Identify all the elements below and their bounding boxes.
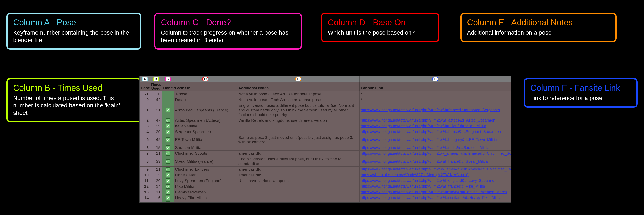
cell-fansite-link[interactable]: https://www.honga.net/totalwar/unit.php?…	[360, 123, 511, 129]
cell-notes[interactable]	[237, 195, 360, 201]
checkbox-icon[interactable]	[166, 137, 170, 142]
cell-base-on[interactable]: Onde's Men	[174, 172, 237, 178]
cell-base-on[interactable]: Noble Pikemen	[174, 201, 237, 203]
cell-times-used[interactable]: 8	[150, 201, 162, 203]
cell-pose[interactable]: 12	[140, 184, 150, 190]
checkbox-icon[interactable]	[166, 118, 170, 123]
header-times-used[interactable]: Times Used	[150, 82, 162, 91]
cell-fansite-link[interactable]: https://www.honga.net/totalwar/unit.php?…	[360, 145, 511, 151]
cell-times-used[interactable]: 11	[150, 151, 162, 156]
header-additional-notes[interactable]: Additional Notes	[237, 82, 360, 91]
header-pose[interactable]: Pose	[140, 82, 150, 91]
fansite-link[interactable]: https://www.honga.net/totalwar/unit.php?…	[361, 124, 486, 128]
fansite-link[interactable]: https://www.honga.net/totalwar/unit.php?…	[361, 108, 500, 112]
cell-base-on[interactable]: Chichimec Lancers	[174, 167, 237, 172]
cell-done[interactable]	[162, 201, 174, 203]
cell-notes[interactable]	[237, 184, 360, 190]
cell-notes[interactable]: americas dlc	[237, 172, 360, 178]
checkbox-icon[interactable]	[166, 159, 170, 164]
cell-times-used[interactable]: 21	[150, 103, 162, 118]
cell-done[interactable]	[162, 151, 174, 156]
col-header-d[interactable]: D	[174, 76, 237, 82]
cell-times-used[interactable]: 30	[150, 178, 162, 184]
cell-base-on[interactable]: Sergeant Spearmen	[174, 129, 237, 135]
cell-done[interactable]	[162, 103, 174, 118]
cell-notes[interactable]: Same as pose 3, just moved unit (possibl…	[237, 135, 360, 145]
cell-times-used[interactable]: 14	[150, 184, 162, 190]
cell-fansite-link[interactable]: https://www.honga.net/totalwar/unit.php?…	[360, 118, 511, 123]
checkbox-icon[interactable]	[166, 173, 170, 178]
fansite-link[interactable]: https://www.honga.net/totalwar/unit.php?…	[361, 201, 496, 203]
cell-fansite-link[interactable]: https://www.honga.net/totalwar/unit.php?…	[360, 167, 511, 172]
checkbox-icon[interactable]	[166, 190, 170, 195]
cell-pose[interactable]: 6	[140, 145, 150, 151]
cell-base-on[interactable]: Chichimec Scouts	[174, 151, 237, 156]
cell-notes[interactable]: Vanilla Rebels and kingdoms use differen…	[237, 118, 360, 123]
cell-pose[interactable]: 3	[140, 123, 150, 129]
cell-done[interactable]	[162, 172, 174, 178]
cell-done[interactable]	[162, 123, 174, 129]
cell-notes[interactable]	[237, 145, 360, 151]
cell-fansite-link[interactable]: https://www.honga.net/totalwar/unit.php?…	[360, 201, 511, 203]
checkbox-icon[interactable]	[166, 196, 170, 200]
cell-pose[interactable]: 8	[140, 156, 150, 167]
cell-pose[interactable]: 10	[140, 172, 150, 178]
cell-done[interactable]	[162, 156, 174, 167]
cell-done[interactable]	[162, 167, 174, 172]
cell-notes[interactable]	[237, 123, 360, 129]
col-header-b[interactable]: B	[150, 76, 162, 82]
fansite-link[interactable]: https://www.honga.net/totalwar/unit.php?…	[361, 167, 511, 172]
checkbox-icon[interactable]	[166, 179, 170, 183]
cell-base-on[interactable]: Pike Militia	[174, 184, 237, 190]
checkbox-icon[interactable]	[166, 124, 170, 129]
cell-pose[interactable]: 9	[140, 167, 150, 172]
checkbox-icon[interactable]	[166, 151, 170, 156]
fansite-link[interactable]: https://www.honga.net/totalwar/unit.php?…	[361, 184, 485, 189]
cell-fansite-link[interactable]: https://www.honga.net/totalwar/unit.php?…	[360, 190, 511, 195]
cell-done[interactable]	[162, 91, 174, 97]
cell-fansite-link[interactable]: https://www.honga.net/totalwar/unit.php?…	[360, 184, 511, 190]
cell-pose[interactable]: 2	[140, 118, 150, 123]
cell-pose[interactable]: 11	[140, 178, 150, 184]
cell-times-used[interactable]: 15	[150, 145, 162, 151]
cell-notes[interactable]: Not a valid pose - Tech Art use for defa…	[237, 91, 360, 97]
cell-times-used[interactable]: 39	[150, 123, 162, 129]
cell-notes[interactable]: Units have various weapons.	[237, 178, 360, 184]
cell-fansite-link[interactable]: https://www.honga.net/totalwar/unit.php?…	[360, 195, 511, 201]
cell-fansite-link[interactable]: https://www.honga.net/totalwar/unit.php?…	[360, 135, 511, 145]
fansite-link[interactable]: https://www.honga.net/totalwar/unit.php?…	[361, 130, 501, 134]
checkbox-icon[interactable]	[166, 184, 170, 189]
cell-pose[interactable]: 13	[140, 190, 150, 195]
cell-times-used[interactable]: 5	[150, 172, 162, 178]
checkbox-icon[interactable]	[166, 145, 170, 150]
cell-done[interactable]	[162, 145, 174, 151]
cell-times-used[interactable]: 20	[150, 129, 162, 135]
col-header-a[interactable]: A	[140, 76, 150, 82]
cell-done[interactable]	[162, 97, 174, 103]
cell-notes[interactable]	[237, 190, 360, 195]
cell-base-on[interactable]: EE Town Militia	[174, 135, 237, 145]
checkbox-icon[interactable]	[166, 167, 170, 172]
cell-base-on[interactable]: Aztec Spearmen (Aztecs)	[174, 118, 237, 123]
cell-done[interactable]	[162, 178, 174, 184]
cell-done[interactable]	[162, 129, 174, 135]
cell-times-used[interactable]: 47	[150, 118, 162, 123]
cell-times-used[interactable]: 49	[150, 135, 162, 145]
header-done[interactable]: Done?	[162, 82, 174, 91]
cell-base-on[interactable]: Default	[174, 97, 237, 103]
checkbox-icon[interactable]	[166, 201, 170, 203]
cell-notes[interactable]: Not a valid pose - Tech Art use as a bas…	[237, 97, 360, 103]
fansite-link[interactable]: https://www.honga.net/totalwar/unit.php?…	[361, 118, 495, 123]
cell-done[interactable]	[162, 118, 174, 123]
cell-fansite-link[interactable]: https://www.honga.net/totalwar/unit.php?…	[360, 151, 511, 156]
cell-done[interactable]	[162, 135, 174, 145]
cell-pose[interactable]: 15	[140, 201, 150, 203]
fansite-link[interactable]: https://wiki.totalwar.com/w/Onde%27s_Men…	[361, 173, 468, 177]
cell-times-used[interactable]: 11	[150, 190, 162, 195]
cell-base-on[interactable]: Armoured Sergeants (France)	[174, 103, 237, 118]
cell-notes[interactable]: English version uses a different pose bu…	[237, 103, 360, 118]
cell-pose[interactable]: 14	[140, 195, 150, 201]
cell-times-used[interactable]: 11	[150, 167, 162, 172]
cell-base-on[interactable]: Heavy Pike Militia	[174, 195, 237, 201]
fansite-link[interactable]: https://www.honga.net/totalwar/unit.php?…	[361, 159, 488, 164]
